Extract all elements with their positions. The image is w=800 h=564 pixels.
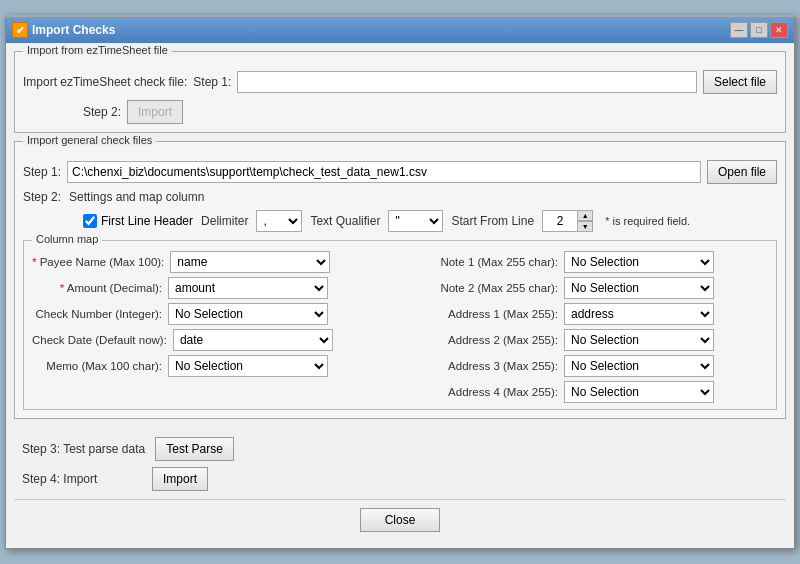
address1-select[interactable]: address No Selection xyxy=(564,303,714,325)
check-number-label: Check Number (Integer): xyxy=(32,308,162,320)
general-import-section: Import general check files Step 1: Open … xyxy=(14,141,786,419)
settings-controls-row: First Line Header Delimiter , ; | Tab Te… xyxy=(83,210,777,232)
address4-label: Address 4 (Max 255): xyxy=(408,386,558,398)
eztimesheet-file-input[interactable] xyxy=(237,71,697,93)
window-title: Import Checks xyxy=(32,23,115,37)
eztimesheet-section-title: Import from ezTimeSheet file xyxy=(23,44,172,56)
amount-label: * Amount (Decimal): xyxy=(32,282,162,294)
spinbox-buttons: ▲ ▼ xyxy=(577,210,593,232)
check-date-label: Check Date (Default now): xyxy=(32,334,167,346)
spinbox-down-button[interactable]: ▼ xyxy=(577,221,593,232)
eztimesheet-step1-row: Import ezTimeSheet check file: Step 1: S… xyxy=(23,70,777,94)
memo-label: Memo (Max 100 char): xyxy=(32,360,162,372)
general-step2-label: Step 2: xyxy=(23,190,61,204)
address1-row: Address 1 (Max 255): address No Selectio… xyxy=(408,303,768,325)
eztimesheet-section: Import from ezTimeSheet file Import ezTi… xyxy=(14,51,786,133)
window-body: Import from ezTimeSheet file Import ezTi… xyxy=(6,43,794,548)
check-number-select[interactable]: No Selection check_number xyxy=(168,303,328,325)
address3-row: Address 3 (Max 255): No Selection addres… xyxy=(408,355,768,377)
step4-label: Step 4: Import xyxy=(22,472,142,486)
address3-select[interactable]: No Selection address3 xyxy=(564,355,714,377)
address2-row: Address 2 (Max 255): No Selection addres… xyxy=(408,329,768,351)
eztimesheet-step2-row: Step 2: Import xyxy=(83,100,777,124)
settings-map-label: Settings and map column xyxy=(69,190,204,204)
step4-row: Step 4: Import Import xyxy=(22,467,778,491)
window-icon: ✔ xyxy=(12,22,28,38)
address4-row: Address 4 (Max 255): No Selection addres… xyxy=(408,381,768,403)
title-bar-left: ✔ Import Checks xyxy=(12,22,115,38)
steps-area: Step 3: Test parse data Test Parse Step … xyxy=(14,427,786,495)
first-line-header-text: First Line Header xyxy=(101,214,193,228)
delimiter-select[interactable]: , ; | Tab xyxy=(256,210,302,232)
column-map-box: Column map * Payee Name (Max 100): name … xyxy=(23,240,777,410)
start-from-line-spinbox: 2 ▲ ▼ xyxy=(542,210,593,232)
column-map-title: Column map xyxy=(32,233,102,245)
maximize-button[interactable]: □ xyxy=(750,22,768,38)
col-map-right: Note 1 (Max 255 char): No Selection note… xyxy=(408,251,768,403)
open-file-button[interactable]: Open file xyxy=(707,160,777,184)
column-map-grid: * Payee Name (Max 100): name No Selectio… xyxy=(32,251,768,403)
address4-select[interactable]: No Selection address4 xyxy=(564,381,714,403)
address2-select[interactable]: No Selection address2 xyxy=(564,329,714,351)
text-qualifier-label: Text Qualifier xyxy=(310,214,380,228)
window-close-button[interactable]: ✕ xyxy=(770,22,788,38)
select-file-button[interactable]: Select file xyxy=(703,70,777,94)
eztimesheet-step2-label: Step 2: xyxy=(83,105,121,119)
step3-label: Step 3: Test parse data xyxy=(22,442,145,456)
first-line-header-label[interactable]: First Line Header xyxy=(83,214,193,228)
amount-row: * Amount (Decimal): amount No Selection xyxy=(32,277,392,299)
general-step2-row: Step 2: Settings and map column xyxy=(23,190,777,204)
start-from-line-label: Start From Line xyxy=(451,214,534,228)
payee-name-label: * Payee Name (Max 100): xyxy=(32,256,164,268)
note1-row: Note 1 (Max 255 char): No Selection note… xyxy=(408,251,768,273)
file-path-input[interactable] xyxy=(67,161,701,183)
note1-label: Note 1 (Max 255 char): xyxy=(408,256,558,268)
address1-label: Address 1 (Max 255): xyxy=(408,308,558,320)
note2-select[interactable]: No Selection note2 xyxy=(564,277,714,299)
import-check-label: Import ezTimeSheet check file: xyxy=(23,75,187,89)
general-import-button[interactable]: Import xyxy=(152,467,208,491)
delimiter-label: Delimiter xyxy=(201,214,248,228)
note2-label: Note 2 (Max 255 char): xyxy=(408,282,558,294)
footer: Close xyxy=(14,499,786,540)
step3-row: Step 3: Test parse data Test Parse xyxy=(22,437,778,461)
title-bar: ✔ Import Checks — □ ✕ xyxy=(6,17,794,43)
check-date-row: Check Date (Default now): date No Select… xyxy=(32,329,392,351)
check-number-row: Check Number (Integer): No Selection che… xyxy=(32,303,392,325)
close-button[interactable]: Close xyxy=(360,508,440,532)
eztimesheet-import-button[interactable]: Import xyxy=(127,100,183,124)
general-step1-label: Step 1: xyxy=(23,165,61,179)
check-date-select[interactable]: date No Selection xyxy=(173,329,333,351)
memo-select[interactable]: No Selection memo xyxy=(168,355,328,377)
first-line-header-checkbox[interactable] xyxy=(83,214,97,228)
general-import-section-title: Import general check files xyxy=(23,134,156,146)
note1-select[interactable]: No Selection note1 xyxy=(564,251,714,273)
amount-select[interactable]: amount No Selection xyxy=(168,277,328,299)
title-controls: — □ ✕ xyxy=(730,22,788,38)
address3-label: Address 3 (Max 255): xyxy=(408,360,558,372)
main-window: ✔ Import Checks — □ ✕ Import from ezTime… xyxy=(5,15,795,549)
eztimesheet-step1-label: Step 1: xyxy=(193,75,231,89)
payee-name-select[interactable]: name No Selection xyxy=(170,251,330,273)
address2-label: Address 2 (Max 255): xyxy=(408,334,558,346)
minimize-button[interactable]: — xyxy=(730,22,748,38)
memo-row: Memo (Max 100 char): No Selection memo xyxy=(32,355,392,377)
payee-name-row: * Payee Name (Max 100): name No Selectio… xyxy=(32,251,392,273)
text-qualifier-select[interactable]: " ' None xyxy=(388,210,443,232)
general-step1-row: Step 1: Open file xyxy=(23,160,777,184)
test-parse-button[interactable]: Test Parse xyxy=(155,437,234,461)
col-map-left: * Payee Name (Max 100): name No Selectio… xyxy=(32,251,392,403)
required-note: * is required field. xyxy=(605,215,690,227)
start-from-line-input[interactable]: 2 xyxy=(542,210,578,232)
spinbox-up-button[interactable]: ▲ xyxy=(577,210,593,221)
note2-row: Note 2 (Max 255 char): No Selection note… xyxy=(408,277,768,299)
